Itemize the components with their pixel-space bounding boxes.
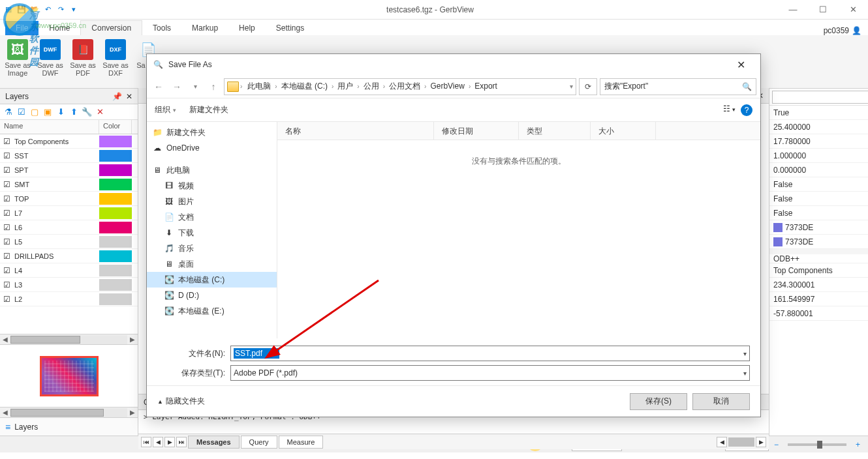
layer-row[interactable]: ☑SMT (0, 177, 138, 192)
layer-row[interactable]: ☑SST (0, 149, 138, 163)
breadcrumb-segment[interactable]: Export (471, 80, 501, 92)
output-scroll-left[interactable]: ◀ (717, 437, 727, 447)
properties-search-input[interactable] (772, 91, 868, 104)
tab-conversion[interactable]: Conversion (80, 20, 142, 35)
property-row[interactable]: True (769, 106, 868, 120)
zoom-out-button[interactable]: − (771, 438, 781, 451)
organize-button[interactable]: 组织 ▾ (155, 104, 176, 115)
property-row[interactable]: ODB++ (769, 249, 868, 263)
minimize-button[interactable]: — (778, 0, 808, 20)
filename-field[interactable] (234, 348, 279, 359)
tree-item[interactable]: 🖥此电脑 (147, 162, 277, 178)
property-row[interactable]: False (769, 206, 868, 220)
qat-redo-icon[interactable]: ↷ (55, 4, 67, 16)
tab-markup[interactable]: Markup (181, 21, 228, 35)
filetype-dropdown-icon[interactable]: ▾ (743, 370, 747, 377)
property-row[interactable]: 7373DE (769, 220, 868, 235)
tree-item[interactable]: 🖼图片 (147, 194, 277, 209)
layer-color-swatch[interactable] (99, 179, 132, 190)
layer-row[interactable]: ☑TOP (0, 192, 138, 206)
layer-row[interactable]: ☑Top Components (0, 134, 138, 149)
layer-wrench-icon[interactable]: 🔧 (81, 106, 93, 118)
help-button[interactable]: ? (741, 104, 752, 116)
layer-row[interactable]: ☑L5 (0, 235, 138, 249)
layer-checkbox[interactable]: ☑ (0, 194, 13, 203)
dialog-close-button[interactable]: ✕ (728, 59, 754, 71)
panel-close-icon[interactable]: ✕ (126, 92, 132, 101)
output-tab-messages[interactable]: Messages (188, 436, 240, 449)
col-name[interactable]: 名称 (277, 122, 434, 140)
save-button[interactable]: 保存(S) (630, 393, 687, 410)
breadcrumb-segment[interactable]: 公用 (360, 80, 383, 92)
property-row[interactable]: -57.880001 (769, 306, 868, 321)
layer-checkbox[interactable]: ☑ (0, 151, 13, 160)
layer-color-swatch[interactable] (99, 222, 132, 233)
qat-undo-icon[interactable]: ↶ (42, 4, 54, 16)
save-as-dwf-button[interactable]: DWFSave as DWF (34, 38, 67, 85)
tree-item[interactable]: 🎞视频 (147, 178, 277, 194)
layer-filter-icon[interactable]: ⚗ (3, 106, 14, 118)
dialog-search-input[interactable]: 搜索"Export" 🔍 (600, 78, 756, 95)
property-row[interactable]: 17.780000 (769, 134, 868, 149)
tree-item[interactable]: 📁新建文件夹 (147, 125, 277, 140)
layer-delete-icon[interactable]: ✕ (94, 106, 106, 118)
new-folder-button[interactable]: 新建文件夹 (189, 104, 228, 115)
tree-item[interactable]: 💽D (D:) (147, 288, 277, 303)
breadcrumb-segment[interactable]: 公用文档 (385, 80, 424, 92)
property-row[interactable]: 7373DE (769, 235, 868, 249)
tree-item[interactable]: ☁OneDrive (147, 140, 277, 156)
filetype-combo[interactable]: Adobe PDF (*.pdf) ▾ (230, 365, 750, 381)
output-nav-first[interactable]: ⏮ (141, 437, 151, 447)
col-modified[interactable]: 修改日期 (434, 122, 519, 140)
save-as-pdf-button[interactable]: 📕Save as PDF (67, 38, 99, 85)
save-as-image-button[interactable]: 🖼Save as Image (1, 38, 34, 85)
layer-checkbox[interactable]: ☑ (0, 166, 13, 175)
layer-color-swatch[interactable] (99, 265, 132, 276)
output-nav-next[interactable]: ▶ (164, 437, 175, 447)
property-row[interactable]: 234.300001 (769, 278, 868, 292)
col-type[interactable]: 类型 (519, 122, 591, 140)
layer-checkbox[interactable]: ☑ (0, 295, 13, 304)
layer-color-swatch[interactable] (99, 150, 132, 162)
nav-back-button[interactable]: ← (151, 79, 166, 95)
layer-row[interactable]: ☑L3 (0, 278, 138, 292)
col-name[interactable]: Name (0, 120, 99, 134)
zoom-in-button[interactable]: + (853, 438, 863, 451)
user-label[interactable]: pc0359👤 (824, 26, 861, 35)
tab-home[interactable]: Home (39, 21, 80, 35)
layer-checkbox[interactable]: ☑ (0, 180, 13, 189)
layer-color-swatch[interactable] (99, 250, 132, 262)
breadcrumb-segment[interactable]: GerbView (426, 80, 468, 92)
nav-up-button[interactable]: ↑ (206, 79, 221, 95)
output-scroll-right[interactable]: ▶ (756, 437, 766, 447)
nav-history-button[interactable]: ▾ (187, 79, 203, 95)
layer-box1-icon[interactable]: ▢ (29, 106, 40, 118)
tree-item[interactable]: 💽本地磁盘 (E:) (147, 303, 277, 319)
breadcrumb[interactable]: › 此电脑›本地磁盘 (C:)›用户›公用›公用文档›GerbView›Expo… (224, 78, 576, 95)
layer-row[interactable]: ☑L2 (0, 292, 138, 306)
panel-pin-icon[interactable]: 📌 (112, 92, 122, 101)
layer-checkbox[interactable]: ☑ (0, 280, 13, 289)
tree-item[interactable]: 💽本地磁盘 (C:) (147, 272, 277, 288)
tab-file[interactable]: File (5, 21, 39, 35)
output-tab-measure[interactable]: Measure (279, 436, 324, 449)
save-as-dxf-button[interactable]: DXFSave as DXF (99, 38, 132, 85)
tab-help[interactable]: Help (228, 21, 266, 35)
nav-forward-button[interactable]: → (169, 79, 185, 95)
filename-dropdown-icon[interactable]: ▾ (743, 350, 747, 357)
layer-checkbox[interactable]: ☑ (0, 209, 13, 218)
layer-row[interactable]: ☑L4 (0, 263, 138, 278)
layer-color-swatch[interactable] (99, 193, 132, 205)
output-nav-prev[interactable]: ◀ (153, 437, 163, 447)
qat-icon[interactable]: ▦ (3, 4, 14, 16)
layer-row[interactable]: ☑SPT (0, 163, 138, 177)
close-button[interactable]: ✕ (838, 0, 868, 20)
qat-open-icon[interactable]: 📂 (29, 4, 40, 16)
tree-item[interactable]: 📄文档 (147, 209, 277, 225)
view-mode-button[interactable]: ☷ ▾ (723, 104, 736, 116)
tree-item[interactable]: 🎵音乐 (147, 241, 277, 256)
output-nav-last[interactable]: ⏭ (176, 437, 187, 447)
layer-color-swatch[interactable] (99, 293, 132, 305)
layer-checkbox[interactable]: ☑ (0, 252, 13, 261)
qat-save-icon[interactable]: 💾 (16, 4, 27, 16)
